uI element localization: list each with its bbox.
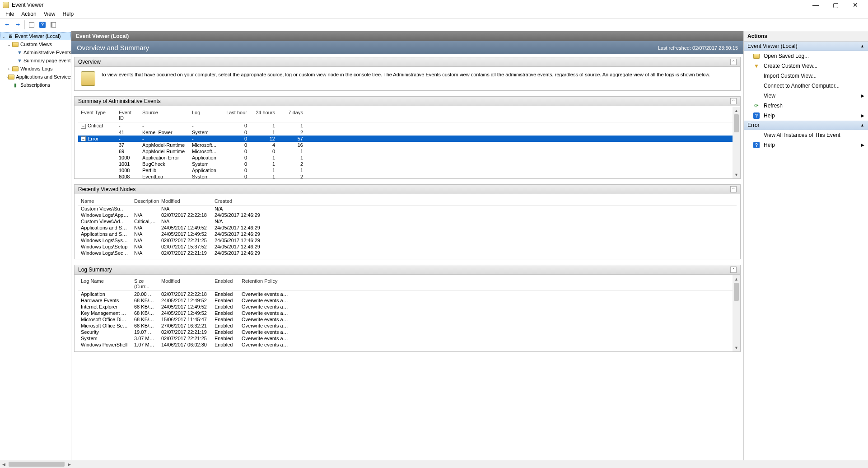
table-row[interactable]: Windows Logs\SetupN/A02/07/2017 15:37:52…: [78, 243, 737, 250]
table-row[interactable]: Key Management Service68 KB/20 ...24/05/…: [78, 310, 737, 316]
table-row[interactable]: 1008PerflibApplication011: [78, 167, 737, 173]
table-row[interactable]: 69AppModel-RuntimeMicrosoft...001: [78, 148, 737, 154]
col-24-hours[interactable]: 24 hours: [250, 108, 278, 122]
action-item[interactable]: View All Instances of This Event: [744, 130, 868, 140]
menu-view[interactable]: View: [40, 10, 59, 18]
tree-admin-events[interactable]: ▼ Administrative Events: [0, 48, 71, 56]
log-summary-header[interactable]: Log Summary ⌃: [75, 265, 740, 275]
help-button[interactable]: ?: [37, 20, 47, 30]
recent-nodes-header[interactable]: Recently Viewed Nodes ⌃: [75, 185, 740, 194]
expand-icon[interactable]: ›: [6, 66, 11, 71]
table-row[interactable]: Microsoft Office Diagnosti...68 KB/16 ..…: [78, 316, 737, 323]
table-row[interactable]: Windows Logs\SecurityN/A02/07/2017 22:21…: [78, 250, 737, 256]
collapse-icon[interactable]: ⌃: [730, 267, 737, 273]
action-item[interactable]: Open Saved Log...: [744, 51, 868, 61]
col-log-name[interactable]: Log Name: [78, 277, 131, 290]
col-last-hour[interactable]: Last hour: [222, 108, 250, 122]
table-row[interactable]: Security19.07 MB/...02/07/2017 22:21:19E…: [78, 329, 737, 335]
col-7-days[interactable]: 7 days: [278, 108, 306, 122]
action-item[interactable]: ?Help▶: [744, 140, 868, 150]
table-row[interactable]: 6008EventLogSystem012: [78, 173, 737, 178]
tree-root[interactable]: ⌄ 🖥 Event Viewer (Local): [0, 32, 71, 40]
table-row[interactable]: Windows Logs\Applicati...N/A02/07/2017 2…: [78, 212, 737, 218]
col-size[interactable]: Size (Curr...: [131, 277, 159, 290]
action-item[interactable]: View▶: [744, 91, 868, 101]
table-row[interactable]: 37AppModel-RuntimeMicrosoft...0416: [78, 142, 737, 148]
bottom-scrollbar[interactable]: ◀ ▶: [0, 460, 868, 468]
expand-icon[interactable]: ⌄: [1, 34, 6, 39]
action-item[interactable]: ▼Create Custom View...: [744, 61, 868, 71]
actions-group-error[interactable]: Error ▲: [744, 121, 868, 130]
table-row[interactable]: Application20.00 MB/...02/07/2017 22:22:…: [78, 291, 737, 297]
table-row[interactable]: −Critical---011: [78, 122, 737, 129]
table-row[interactable]: 1001BugCheckSystem012: [78, 161, 737, 167]
scrollbar[interactable]: ▲ ▼: [733, 107, 740, 178]
col-source[interactable]: Source: [140, 108, 189, 122]
tree-custom-views[interactable]: ⌄ Custom Views: [0, 40, 71, 48]
table-row[interactable]: Applications and Service...N/A24/05/2017…: [78, 231, 737, 237]
col-event-id[interactable]: Event ID: [116, 108, 140, 122]
forward-button[interactable]: ➡: [13, 20, 23, 30]
scroll-thumb[interactable]: [9, 462, 65, 467]
back-button[interactable]: ⬅: [2, 20, 12, 30]
expand-toggle[interactable]: −: [81, 136, 86, 141]
table-row[interactable]: System3.07 MB/2...02/07/2017 22:21:25Ena…: [78, 335, 737, 342]
scrollbar[interactable]: ▲ ▼: [733, 275, 740, 351]
scroll-up-icon[interactable]: ▲: [733, 107, 740, 114]
menu-help[interactable]: Help: [59, 10, 78, 18]
tree-windows-logs[interactable]: › Windows Logs: [0, 65, 71, 73]
show-hide-tree-button[interactable]: [27, 20, 37, 30]
collapse-icon[interactable]: ⌃: [730, 186, 737, 192]
expand-icon[interactable]: ›: [6, 75, 8, 80]
col-name[interactable]: Name: [78, 197, 131, 205]
col-modified[interactable]: Modified: [159, 197, 212, 205]
scroll-down-icon[interactable]: ▼: [733, 171, 740, 178]
expand-icon[interactable]: ⌄: [6, 42, 11, 47]
scroll-track[interactable]: [733, 301, 740, 344]
col-modified[interactable]: Modified: [159, 277, 212, 290]
menu-file[interactable]: File: [2, 10, 18, 18]
scroll-thumb[interactable]: [734, 283, 739, 301]
table-row[interactable]: 41Kernel-PowerSystem012: [78, 129, 737, 136]
panel-button[interactable]: [48, 20, 58, 30]
maximize-button[interactable]: ▢: [826, 0, 845, 10]
scroll-track[interactable]: [733, 132, 740, 171]
scroll-thumb[interactable]: [734, 114, 739, 132]
close-button[interactable]: ✕: [845, 0, 865, 10]
tree-subscriptions[interactable]: ▮ Subscriptions: [0, 81, 71, 89]
col-log[interactable]: Log: [189, 108, 222, 122]
scroll-up-icon[interactable]: ▲: [733, 275, 740, 283]
col-description[interactable]: Description: [131, 197, 159, 205]
collapse-icon[interactable]: ▲: [860, 44, 864, 48]
table-row[interactable]: Microsoft Office Sessions68 KB/16 ...27/…: [78, 323, 737, 329]
table-row[interactable]: 1000Application ErrorApplication011: [78, 154, 737, 161]
menu-action[interactable]: Action: [18, 10, 40, 18]
table-row[interactable]: Internet Explorer68 KB/1.0...24/05/2017 …: [78, 304, 737, 310]
table-row[interactable]: Custom Views\Summary...N/AN/A: [78, 206, 737, 212]
overview-header[interactable]: Overview ⌃: [75, 57, 740, 67]
action-item[interactable]: ?Help▶: [744, 111, 868, 121]
minimize-button[interactable]: —: [806, 0, 826, 10]
col-event-type[interactable]: Event Type: [78, 108, 116, 122]
collapse-icon[interactable]: ⌃: [730, 59, 737, 65]
collapse-icon[interactable]: ▲: [860, 123, 864, 127]
table-row[interactable]: Windows PowerShell1.07 MB/1...14/06/2017…: [78, 342, 737, 348]
col-created[interactable]: Created: [212, 197, 265, 205]
scroll-down-icon[interactable]: ▼: [733, 344, 740, 351]
tree-summary-events[interactable]: ▼ Summary page events: [0, 56, 71, 65]
col-enabled[interactable]: Enabled: [212, 277, 239, 290]
table-row[interactable]: Applications and Service...N/A24/05/2017…: [78, 225, 737, 231]
action-item[interactable]: ⟳Refresh: [744, 101, 868, 111]
table-row[interactable]: −Error---01257: [78, 136, 737, 142]
tree-apps-services[interactable]: › Applications and Services Lo: [0, 73, 71, 81]
table-row[interactable]: Windows Logs\SystemN/A02/07/2017 22:21:2…: [78, 237, 737, 243]
admin-events-header[interactable]: Summary of Administrative Events ⌃: [75, 97, 740, 106]
expand-toggle[interactable]: −: [81, 124, 86, 129]
actions-group-eventviewer[interactable]: Event Viewer (Local) ▲: [744, 42, 868, 51]
col-retention[interactable]: Retention Policy: [239, 277, 293, 290]
collapse-icon[interactable]: ⌃: [730, 98, 737, 104]
scroll-left-icon[interactable]: ◀: [0, 460, 8, 468]
action-item[interactable]: Connect to Another Computer...: [744, 81, 868, 91]
action-item[interactable]: Import Custom View...: [744, 71, 868, 81]
table-row[interactable]: Hardware Events68 KB/20 ...24/05/2017 12…: [78, 297, 737, 304]
